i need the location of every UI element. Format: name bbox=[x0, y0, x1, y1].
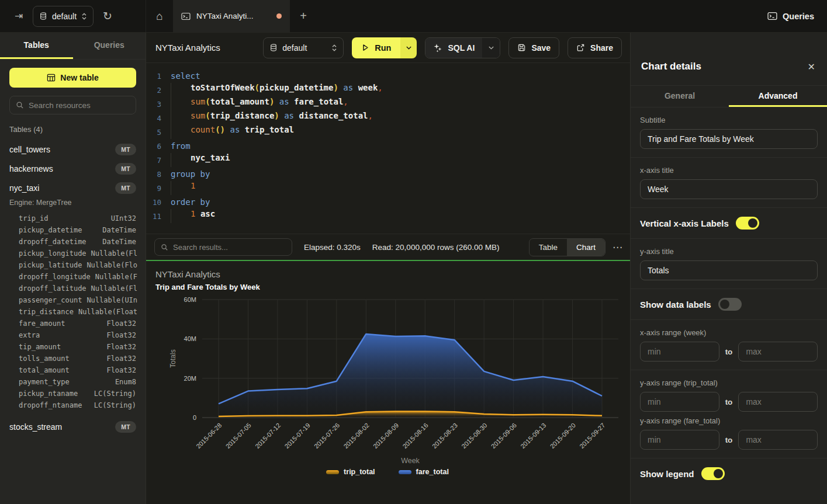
token: asc bbox=[200, 209, 215, 218]
sidebar-tab-tables[interactable]: Tables bbox=[0, 33, 73, 59]
x-axis-title-input[interactable] bbox=[640, 179, 818, 199]
show-legend-toggle[interactable] bbox=[701, 467, 725, 480]
save-button[interactable]: Save bbox=[508, 37, 559, 58]
table-row-nyc_taxi[interactable]: nyc_taxiMT bbox=[0, 178, 146, 197]
new-tab-icon[interactable]: + bbox=[290, 0, 317, 32]
line-number: 9 bbox=[146, 184, 161, 193]
read-stat: Read: 20,000,000 rows (260.00 MB) bbox=[372, 243, 500, 252]
view-toggle-table[interactable]: Table bbox=[530, 239, 567, 256]
table-engine-badge: MT bbox=[115, 421, 136, 433]
token: as bbox=[230, 125, 240, 134]
token bbox=[195, 209, 200, 218]
close-icon[interactable]: ✕ bbox=[808, 61, 815, 72]
panel-body: Subtitlex-axis titleVertical x-axis Labe… bbox=[631, 107, 827, 488]
run-button-main[interactable]: Run bbox=[352, 37, 400, 58]
home-icon[interactable]: ⌂ bbox=[146, 0, 173, 32]
token: pickup_datetime bbox=[259, 83, 333, 92]
column-name: tolls_amount bbox=[19, 354, 70, 363]
panel-header: Chart details ✕ bbox=[631, 33, 827, 85]
database-selector-value: default bbox=[52, 12, 77, 21]
line-code: group by bbox=[161, 169, 210, 179]
x-axis-range-week-min-input[interactable] bbox=[640, 342, 719, 362]
token: () bbox=[215, 125, 225, 134]
database-icon bbox=[269, 43, 278, 52]
svg-text:2015-09-27: 2015-09-27 bbox=[578, 422, 606, 450]
tab-nytaxi-analytics[interactable]: NYTaxi Analyti... bbox=[173, 0, 290, 32]
chevron-down-icon bbox=[488, 46, 494, 50]
unsaved-dot bbox=[276, 13, 282, 19]
panel-tab-advanced[interactable]: Advanced bbox=[729, 86, 827, 107]
sql-ai-button-main[interactable]: SQL AI bbox=[425, 38, 482, 58]
indent-guide bbox=[171, 83, 191, 97]
query-database-selector[interactable]: default bbox=[263, 37, 344, 58]
legend-swatch bbox=[326, 470, 339, 474]
y-axis-title-input[interactable] bbox=[640, 260, 818, 280]
show-data-labels-toggle[interactable] bbox=[718, 298, 742, 311]
token bbox=[279, 111, 284, 120]
y-axis-range-fare-total-max-input[interactable] bbox=[738, 430, 818, 450]
line-number: 3 bbox=[146, 100, 161, 109]
x-axis-range-week-max-input[interactable] bbox=[738, 342, 818, 362]
share-button[interactable]: Share bbox=[568, 37, 622, 58]
show-data-labels-row: Show data labels bbox=[640, 297, 818, 311]
sql-editor[interactable]: 1select2toStartOfWeek(pickup_datetime) a… bbox=[146, 63, 630, 234]
sql-ai-button[interactable]: SQL AI bbox=[425, 37, 500, 58]
column-type: Nullable(Fl bbox=[86, 249, 137, 258]
table-row-stocks_stream[interactable]: stocks_streamMT bbox=[0, 417, 146, 436]
token: sum bbox=[191, 97, 205, 106]
column-name: dropoff_ntaname bbox=[19, 401, 82, 409]
database-selector[interactable]: default bbox=[33, 6, 94, 27]
y-axis-range-trip-total-min-input[interactable] bbox=[640, 392, 719, 412]
column-row: dropoff_latitudeNullable(Fl bbox=[0, 283, 146, 294]
new-table-button[interactable]: New table bbox=[9, 68, 136, 88]
table-row-hackernews[interactable]: hackernewsMT bbox=[0, 159, 146, 178]
column-name: total_amount bbox=[19, 366, 70, 374]
column-row: total_amountFloat32 bbox=[0, 364, 146, 376]
y-axis-range-trip-total-max-input[interactable] bbox=[738, 392, 818, 412]
chart-canvas: 020M40M60M2015-06-282015-07-052015-07-12… bbox=[155, 293, 629, 468]
token: select bbox=[171, 71, 200, 81]
table-engine-badge: MT bbox=[115, 182, 136, 194]
subtitle-input[interactable] bbox=[640, 129, 818, 149]
query-database-value: default bbox=[282, 43, 307, 53]
legend-item-trip_total[interactable]: trip_total bbox=[326, 468, 375, 476]
table-engine-badge: MT bbox=[115, 163, 136, 175]
column-row: dropoff_ntanameLC(String) bbox=[0, 399, 146, 411]
editor-line: 4sum(trip_distance) as distance_total, bbox=[146, 111, 630, 125]
vertical-x-axis-labels-toggle[interactable] bbox=[736, 217, 759, 230]
editor-line: 91 bbox=[146, 181, 630, 195]
table-row-cell_towers[interactable]: cell_towersMT bbox=[0, 140, 146, 159]
y-axis-range-fare-total-min-input[interactable] bbox=[640, 430, 719, 450]
column-row: passenger_countNullable(UIn bbox=[0, 294, 146, 306]
collapse-sidebar-icon[interactable]: ⇥ bbox=[11, 8, 27, 25]
spacer bbox=[640, 483, 818, 488]
sidebar-search-input[interactable] bbox=[29, 101, 130, 110]
save-icon bbox=[517, 43, 526, 52]
column-row: pickup_longitudeNullable(Fl bbox=[0, 248, 146, 259]
legend-item-fare_total[interactable]: fare_total bbox=[399, 468, 449, 476]
token: , bbox=[343, 97, 348, 106]
column-row: pickup_datetimeDateTime bbox=[0, 224, 146, 236]
column-type: Float32 bbox=[102, 366, 136, 374]
editor-line: 6from bbox=[146, 139, 630, 153]
run-dropdown[interactable] bbox=[400, 37, 417, 58]
token bbox=[353, 83, 358, 92]
view-toggle-chart[interactable]: Chart bbox=[567, 239, 605, 256]
refresh-icon[interactable]: ↻ bbox=[99, 8, 116, 25]
sql-ai-dropdown[interactable] bbox=[482, 38, 500, 58]
token: toStartOfWeek bbox=[191, 83, 255, 92]
tab-title: NYTaxi Analyti... bbox=[196, 12, 254, 20]
subtitle-label: Subtitle bbox=[640, 116, 818, 124]
column-row: payment_typeEnum8 bbox=[0, 376, 146, 388]
svg-text:2015-09-06: 2015-09-06 bbox=[490, 422, 518, 450]
column-name: dropoff_latitude bbox=[19, 284, 86, 293]
sidebar-tabs: TablesQueries bbox=[0, 33, 146, 60]
more-options-icon[interactable]: ⋯ bbox=[613, 241, 623, 253]
run-button[interactable]: Run bbox=[352, 37, 417, 58]
sidebar-tab-queries[interactable]: Queries bbox=[73, 33, 146, 59]
queries-button[interactable]: Queries bbox=[767, 12, 814, 21]
legend-label: trip_total bbox=[344, 468, 375, 476]
panel-tab-general[interactable]: General bbox=[631, 86, 729, 107]
line-number: 2 bbox=[146, 86, 161, 95]
results-search-input[interactable] bbox=[173, 243, 286, 252]
